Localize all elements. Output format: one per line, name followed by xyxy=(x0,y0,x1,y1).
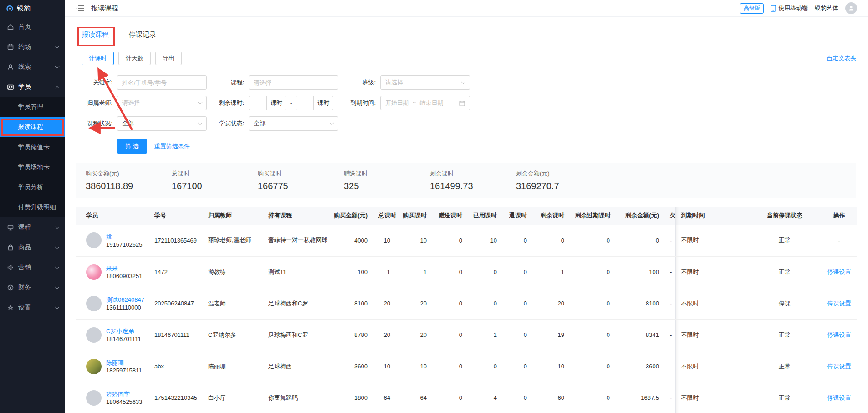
cell-student-no: abx xyxy=(149,351,203,382)
cell-teacher: 陈丽珊 xyxy=(203,351,263,382)
sidebar-item-goods[interactable]: 商品 xyxy=(0,237,65,258)
student-name-link[interactable]: 陈丽珊 xyxy=(106,359,142,367)
student-status-select[interactable]: 全部 xyxy=(249,116,338,131)
suspend-settings-link[interactable]: 停课设置 xyxy=(827,300,851,307)
teacher-select-value: 请选择 xyxy=(122,99,140,107)
cell-refund-hours: 0 xyxy=(502,319,532,351)
cell-remain-amount: 0 xyxy=(615,225,664,256)
cell-expired-hours: 0 xyxy=(570,319,615,351)
remaining-hours-max-input[interactable] xyxy=(296,96,314,110)
expire-date-range-picker[interactable]: 开始日期 ~ 结束日期 xyxy=(380,96,470,110)
suspend-settings-link[interactable]: 停课设置 xyxy=(827,268,851,275)
cell-remain-amount: 100 xyxy=(615,256,664,288)
sidebar-item-student-management[interactable]: 学员管理 xyxy=(0,97,65,117)
col-debt-clipped: 欠 xyxy=(664,206,675,225)
student-name-link[interactable]: 姚 xyxy=(106,233,143,241)
student-phone: 18259715811 xyxy=(106,367,142,374)
chevron-down-icon xyxy=(55,64,60,68)
tab-enrolled-courses[interactable]: 报读课程 xyxy=(82,25,109,46)
col-used-hours: 已用课时 xyxy=(468,206,502,225)
stat-label: 购买课时 xyxy=(258,170,344,178)
keyword-input[interactable] xyxy=(117,75,207,90)
reset-filters-link[interactable]: 重置筛选条件 xyxy=(154,142,190,150)
mobile-entry-link[interactable]: 使用移动端 xyxy=(771,4,808,12)
sidebar-item-enrolled-courses[interactable]: 报读课程 xyxy=(0,117,65,137)
col-pause-status: 当前停课状态 xyxy=(748,206,821,225)
cell-pause-status: 正常 xyxy=(748,319,821,351)
app-logo[interactable]: 银豹 xyxy=(0,0,65,17)
student-avatar xyxy=(86,232,102,248)
summary-stats: 购买金额(元) 3860118.89 总课时 167100 购买课时 16677… xyxy=(76,163,856,198)
marketing-icon xyxy=(7,264,14,271)
teacher-select[interactable]: 请选择 xyxy=(117,96,207,110)
cell-amount: 4000 xyxy=(327,225,373,256)
student-avatar xyxy=(86,327,102,343)
tab-suspend-records[interactable]: 停课记录 xyxy=(129,25,156,46)
cell-bought-hours: 20 xyxy=(396,288,432,319)
sidebar-item-settings[interactable]: 设置 xyxy=(0,298,65,318)
count-by-hours-button[interactable]: 计课时 xyxy=(82,52,114,65)
sidebar-item-paid-upgrade-detail[interactable]: 付费升级明细 xyxy=(0,197,65,217)
sidebar-item-courses[interactable]: 课程 xyxy=(0,217,65,237)
chevron-down-icon xyxy=(330,121,334,125)
date-start-placeholder: 开始日期 xyxy=(385,99,409,107)
student-name-link[interactable]: 果果 xyxy=(106,264,143,273)
export-button[interactable]: 导出 xyxy=(155,52,182,65)
course-status-label: 课程状况: xyxy=(76,119,117,128)
stat-label: 剩余课时 xyxy=(430,170,516,178)
sidebar-item-student-analysis[interactable]: 学员分析 xyxy=(0,177,65,197)
cell-refund-hours: 0 xyxy=(502,382,532,413)
version-badge[interactable]: 高级版 xyxy=(740,3,764,14)
cell-debt: - xyxy=(664,225,675,256)
account-name[interactable]: 银豹艺体 xyxy=(815,4,838,12)
user-avatar[interactable] xyxy=(845,2,857,14)
suspend-settings-link[interactable]: 停课设置 xyxy=(827,363,851,370)
cell-expired-hours: 0 xyxy=(570,382,615,413)
sidebar-item-marketing[interactable]: 营销 xyxy=(0,258,65,278)
tab-label: 报读课程 xyxy=(82,31,109,39)
cell-debt: - xyxy=(664,382,675,413)
chevron-down-icon xyxy=(55,284,60,289)
topbar-right: 高级版 使用移动端 银豹艺体 xyxy=(740,2,857,14)
cell-expire-time: 不限时 xyxy=(675,351,748,382)
cell-gift-hours: 0 xyxy=(432,319,468,351)
sidebar-item-home[interactable]: 首页 xyxy=(0,17,65,37)
student-avatar xyxy=(86,390,102,406)
enrolled-courses-table: 学员 学号 归属教师 持有课程 购买金额(元) 总课时 购买课时 赠送课时 已用… xyxy=(76,206,857,413)
filter-button[interactable]: 筛 选 xyxy=(117,139,147,154)
class-field: 班级: 请选择 xyxy=(338,75,470,90)
filter-actions: 筛 选 重置筛选条件 xyxy=(76,139,856,154)
customize-columns-link[interactable]: 自定义表头 xyxy=(827,54,856,62)
col-student-no: 学号 xyxy=(149,206,203,225)
student-name-link[interactable]: 测试06240847 xyxy=(106,296,144,304)
student-name-link[interactable]: C罗小迷弟 xyxy=(106,327,141,336)
cell-refund-hours: 0 xyxy=(502,225,532,256)
teacher-label: 归属老师: xyxy=(76,99,117,107)
suspend-settings-link[interactable]: 停课设置 xyxy=(827,394,851,401)
sidebar-collapse-icon[interactable] xyxy=(76,5,84,12)
chevron-down-icon xyxy=(55,305,60,309)
course-status-select[interactable]: 全部 xyxy=(117,116,207,131)
cell-total-hours: 10 xyxy=(373,351,396,382)
sidebar-item-booking[interactable]: 约场 xyxy=(0,37,65,57)
chevron-down-icon xyxy=(198,121,203,125)
stat-label: 赠送课时 xyxy=(344,170,430,178)
remaining-hours-min-input[interactable] xyxy=(249,96,267,110)
sidebar-item-finance[interactable]: 财务 xyxy=(0,278,65,298)
sidebar-item-venue-card[interactable]: 学员场地卡 xyxy=(0,157,65,177)
cell-expire-time: 不限时 xyxy=(675,382,748,413)
student-name-link[interactable]: 婷婷同学 xyxy=(106,390,143,398)
sidebar-item-leads[interactable]: 线索 xyxy=(0,57,65,77)
student-phone: 13611110000 xyxy=(106,304,141,311)
cell-used-hours: 0 xyxy=(468,288,502,319)
page-title: 报读课程 xyxy=(91,4,118,13)
date-end-placeholder: 结束日期 xyxy=(420,99,444,107)
class-select[interactable]: 请选择 xyxy=(380,75,470,90)
sidebar-item-students[interactable]: 学员 xyxy=(0,77,65,97)
suspend-settings-link[interactable]: 停课设置 xyxy=(827,331,851,338)
calendar-icon xyxy=(459,100,465,106)
sidebar-item-stored-value-card[interactable]: 学员储值卡 xyxy=(0,137,65,157)
cell-total-hours: 64 xyxy=(373,382,396,413)
count-by-days-button[interactable]: 计天数 xyxy=(118,52,151,65)
course-input[interactable] xyxy=(249,75,338,90)
